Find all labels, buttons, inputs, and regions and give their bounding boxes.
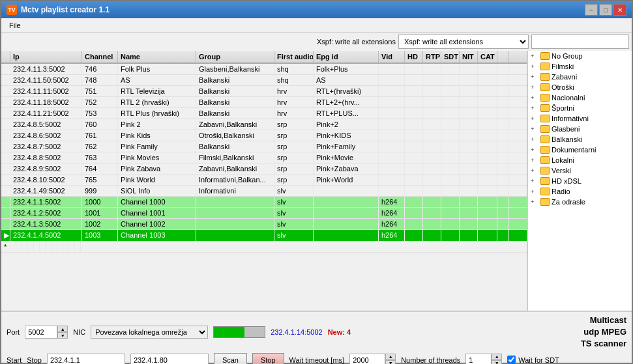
cell-sb [497, 130, 509, 141]
sidebar-item[interactable]: +Filmski [528, 61, 632, 72]
wait-timeout-label: Wait timeout [ms] [289, 356, 345, 364]
menu-file[interactable]: File [4, 20, 26, 31]
stop-input[interactable] [130, 354, 209, 364]
th-vid[interactable]: Vid [379, 51, 405, 63]
cell-nit [460, 75, 478, 85]
bottom-row2: Start Stop Scan Stop Wait timeout [ms] ▲… [7, 353, 626, 364]
table-row[interactable]: 232.4.11.18:5002752RTL 2 (hrvaški)Balkan… [1, 97, 527, 108]
stop-label: Stop [27, 356, 42, 364]
cell-sb [497, 64, 509, 74]
sidebar-item[interactable]: +Radio [528, 186, 632, 197]
port-input[interactable] [25, 326, 57, 339]
table-row[interactable]: 232.4.8.5:5002760Pink 2Zabavni,Balkanski… [1, 119, 527, 130]
cell-ip: 232.4.11.18:5002 [10, 97, 82, 107]
cell-vid [379, 152, 405, 163]
th-rtp[interactable]: RTP [423, 51, 441, 63]
table-row[interactable]: 232.4.11.11:5002751RTL TelevizijaBalkans… [1, 86, 527, 97]
sidebar-item[interactable]: +Lokalni [528, 155, 632, 165]
table-row[interactable]: 232.4.1.49:5002999SiOL InfoInformativnis… [1, 186, 527, 197]
scan-button[interactable]: Scan [214, 353, 247, 364]
cell-audio: hrv [274, 108, 314, 119]
threads-up[interactable]: ▲ [492, 354, 502, 360]
table-row[interactable]: ▶232.4.1.4:50021003Channel 1003slvh264 [1, 230, 527, 242]
cell-name: SiOL Info [118, 186, 196, 196]
empty-cell [28, 242, 34, 252]
th-nit[interactable]: NIT [460, 51, 478, 63]
th-sb [497, 51, 509, 63]
folder-icon [540, 94, 550, 102]
nic-select[interactable]: Povezava lokalnega omrežja [91, 326, 208, 339]
start-label: Start [7, 356, 22, 364]
table-row[interactable]: 232.4.1.2:50021001Channel 1001slvh264 [1, 208, 527, 219]
sidebar-item[interactable]: +HD xDSL [528, 176, 632, 186]
threads-down[interactable]: ▼ [492, 360, 502, 364]
cell-sb [497, 175, 509, 185]
cell-rtp [423, 64, 441, 74]
th-channel[interactable]: Channel [82, 51, 118, 63]
cell-group: Filmski,Balkanski [196, 152, 274, 163]
port-up-btn[interactable]: ▲ [57, 326, 68, 332]
table-row[interactable]: 232.4.8.6:5002761Pink KidsOtroški,Balkan… [1, 130, 527, 141]
sidebar-item[interactable]: +Glasbeni [528, 124, 632, 134]
cell-vid [379, 86, 405, 96]
row-arrow [1, 186, 10, 196]
table-row[interactable]: 232.4.1.3:50021002Channel 1002slvh264 [1, 219, 527, 230]
th-name[interactable]: Name [118, 51, 196, 63]
maximize-button[interactable]: □ [599, 4, 612, 16]
table-row[interactable]: 232.4.8.10:5002765Pink WorldInformativni… [1, 175, 527, 186]
port-down-btn[interactable]: ▼ [57, 332, 68, 339]
cell-group: Balkanski [196, 86, 274, 96]
cell-sdt [441, 108, 460, 119]
sidebar-item[interactable]: +Otroški [528, 82, 632, 92]
th-sdt[interactable]: SDT [441, 51, 460, 63]
cell-vid [379, 186, 405, 196]
wait-timeout-down[interactable]: ▼ [385, 360, 396, 364]
cell-sb [497, 141, 509, 152]
cell-name: Pink 2 [118, 119, 196, 130]
empty-cell [46, 242, 52, 252]
wait-timeout-input[interactable] [349, 354, 385, 364]
minimize-button[interactable]: − [585, 4, 598, 16]
sidebar-item[interactable]: +Dokumentarni [528, 145, 632, 155]
th-group[interactable]: Group [196, 51, 274, 63]
table-row[interactable]: 232.4.8.8:5002763Pink MoviesFilmski,Balk… [1, 152, 527, 163]
wait-timeout-spinner: ▲ ▼ [349, 354, 396, 364]
close-button[interactable]: ✕ [613, 4, 626, 16]
table-row[interactable]: 232.4.1.1:50021000Channel 1000slvh264 [1, 197, 527, 208]
table-row[interactable]: 232.4.11.50:5002748ASBalkanskishqAS [1, 75, 527, 86]
cell-nit [460, 108, 478, 119]
sidebar-item[interactable]: +Športni [528, 103, 632, 113]
sidebar-item[interactable]: +Balkanski [528, 134, 632, 145]
table-row[interactable]: 232.4.8.7:5002762Pink FamilyBalkanskisrp… [1, 141, 527, 152]
th-audio[interactable]: First audio [274, 51, 314, 63]
sidebar-item[interactable]: +No Group [528, 51, 632, 61]
cell-sdt [441, 163, 460, 174]
sidebar-item[interactable]: +Zabavni [528, 72, 632, 82]
th-hd[interactable]: HD [405, 51, 423, 63]
cell-vid [379, 108, 405, 119]
wait-timeout-up[interactable]: ▲ [385, 354, 396, 360]
th-epg[interactable]: Epg id [314, 51, 379, 63]
cell-cat [478, 130, 497, 141]
xspf-select[interactable]: Xspf: write all extensions Xspf: basic M… [398, 35, 529, 49]
cell-epg: RTL+PLUS... [314, 108, 379, 119]
sidebar-item[interactable]: +Nacionalni [528, 92, 632, 103]
stop-button[interactable]: Stop [252, 353, 284, 364]
sidebar-item[interactable]: +Za odrasle [528, 197, 632, 207]
cell-vid: h264 [379, 208, 405, 218]
start-input[interactable] [47, 354, 125, 364]
cell-channel: 1003 [82, 230, 118, 241]
th-ip[interactable]: Ip [10, 51, 82, 63]
wait-sdt-checkbox[interactable] [507, 356, 516, 364]
sidebar-item[interactable]: +Informativni [528, 113, 632, 124]
table-row[interactable]: 232.4.11.21:5002753RTL Plus (hrvaški)Bal… [1, 108, 527, 119]
cell-audio: hrv [274, 97, 314, 107]
folder-icon [540, 177, 550, 185]
table-row[interactable]: 232.4.8.9:5002764Pink ZabavaZabavni,Balk… [1, 163, 527, 175]
cell-hd [405, 75, 423, 85]
search-input[interactable] [531, 35, 629, 49]
threads-input[interactable] [465, 354, 492, 364]
table-row[interactable]: 232.4.11.3:5002746Folk PlusGlasbeni,Balk… [1, 64, 527, 75]
th-cat[interactable]: CAT [478, 51, 497, 63]
sidebar-item[interactable]: +Verski [528, 165, 632, 176]
